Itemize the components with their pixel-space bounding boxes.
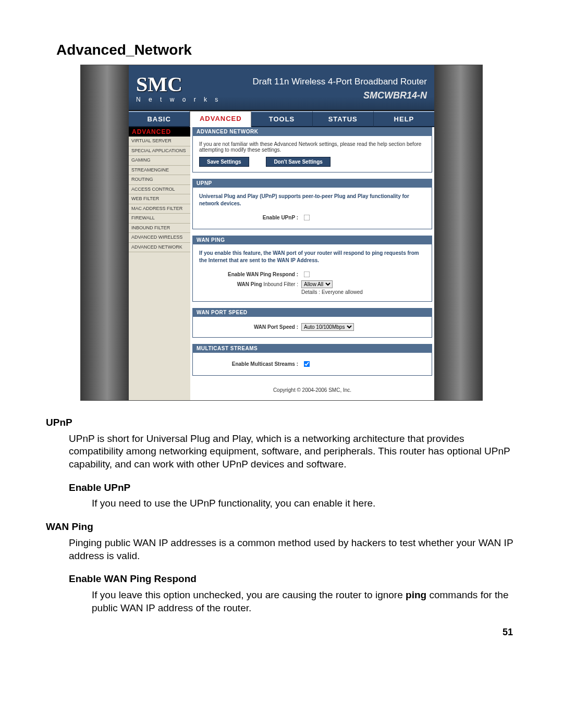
heading-wan-ping: WAN Ping [46,521,517,534]
document-body: UPnP UPnP is short for Universal Plug an… [46,416,517,614]
content-area: Advanced Network If you are not familiar… [190,127,434,400]
para-enable-wan-ping: If you leave this option unchecked, you … [92,589,517,614]
section-wanping: If you enable this feature, the WAN port… [192,244,432,302]
sidebar-item-mac-filter[interactable]: MAC Address Filter [129,204,190,214]
section-advanced-network: If you are not familiar with these Advan… [192,136,432,172]
sidebar-item-advanced-wireless[interactable]: Advanced Wireless [129,233,190,243]
multicast-checkbox[interactable] [304,361,310,367]
sidebar-item-access-control[interactable]: Access Control [129,185,190,195]
wanping-filter-label: WAN Ping Inbound Filter : [199,281,301,287]
tab-status[interactable]: Status [313,111,374,127]
section-advanced-network-bar: Advanced Network [192,127,432,136]
para-upnp: UPnP is short for Universal Plug and Pla… [69,433,517,471]
wanping-filter-select[interactable]: Allow All [301,280,333,288]
section-portspeed: WAN Port Speed : Auto 10/100Mbps [192,317,432,338]
router-banner: SMC N e t w o r k s Draft 11n Wireless 4… [129,65,434,111]
section-upnp: Universal Plug and Play (UPnP) supports … [192,188,432,229]
enable-wanping-label: Enable WAN Ping Respond : [199,272,301,277]
tab-help[interactable]: Help [374,111,434,127]
heading-enable-wan-ping: Enable WAN Ping Respond [69,573,517,586]
banner-title: Draft 11n Wireless 4-Port Broadband Rout… [253,77,427,87]
heading-upnp: UPnP [46,416,517,429]
para-enable-upnp: If you need to use the UPnP functionalit… [92,497,517,510]
advnet-note: If you are not familiar with these Advan… [199,141,425,153]
section-multicast-bar: Multicast Streams [192,344,432,353]
tab-advanced[interactable]: Advanced [190,111,251,127]
sidebar-item-web-filter[interactable]: Web Filter [129,194,190,204]
tab-basic[interactable]: Basic [129,111,190,127]
section-portspeed-bar: WAN Port Speed [192,308,432,317]
side-shade-right [434,65,482,400]
brand-logo: SMC [136,74,221,95]
banner-model: SMCWBR14-N [253,90,427,101]
enable-upnp-checkbox[interactable] [304,215,310,221]
sidebar-header: ADVANCED [129,127,190,137]
heading-enable-upnp: Enable UPnP [69,482,517,495]
sidebar-item-virtual-server[interactable]: Virtual Server [129,137,190,146]
section-multicast: Enable Multicast Streams : [192,353,432,376]
router-screenshot: SMC N e t w o r k s Draft 11n Wireless 4… [80,65,483,401]
section-wanping-bar: WAN Ping [192,236,432,244]
sidebar-item-streamengine[interactable]: StreamEngine [129,166,190,176]
sidebar-item-special-applications[interactable]: Special Applications [129,146,190,156]
sidebar-item-inbound-filter[interactable]: Inbound Filter [129,224,190,233]
wanping-desc: If you enable this feature, the WAN port… [199,250,425,264]
brand-sub: N e t w o r k s [136,96,221,103]
sidebar-item-gaming[interactable]: Gaming [129,156,190,166]
top-nav: Basic Advanced Tools Status Help [129,111,434,127]
multicast-label: Enable Multicast Streams : [199,361,301,367]
side-shade-left [81,65,129,400]
tab-tools[interactable]: Tools [251,111,312,127]
portspeed-select[interactable]: Auto 10/100Mbps [301,323,354,331]
save-settings-button[interactable]: Save Settings [199,157,249,167]
upnp-desc: Universal Plug and Play (UPnP) supports … [199,193,425,207]
copyright: Copyright © 2004-2006 SMC, Inc. [190,382,434,400]
enable-wanping-checkbox[interactable] [304,272,310,278]
section-upnp-bar: UPNP [192,179,432,188]
para-wan-ping: Pinging public WAN IP addresses is a com… [69,537,517,562]
sidebar-item-advanced-network[interactable]: Advanced Network [129,243,190,253]
page-title: Advanced_Network [56,42,517,58]
enable-upnp-label: Enable UPnP : [199,215,301,220]
sidebar-item-routing[interactable]: Routing [129,175,190,185]
portspeed-label: WAN Port Speed : [199,324,301,330]
wanping-details: Details : Everyone allowed [301,289,363,295]
page-number: 51 [46,627,517,638]
sidebar: ADVANCED Virtual Server Special Applicat… [129,127,190,400]
dont-save-settings-button[interactable]: Don't Save Settings [266,157,331,167]
sidebar-item-firewall[interactable]: Firewall [129,214,190,224]
